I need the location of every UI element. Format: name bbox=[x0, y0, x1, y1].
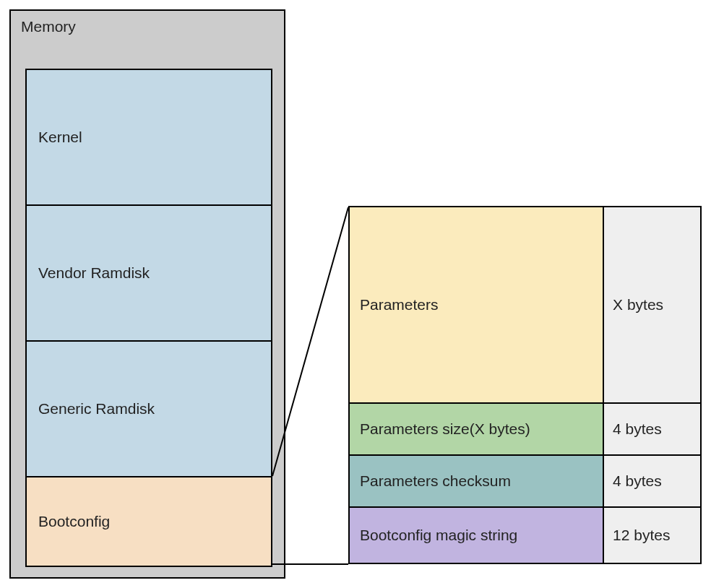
detail-row-parameters: Parameters X bytes bbox=[350, 207, 700, 404]
segment-generic-ramdisk: Generic Ramdisk bbox=[27, 342, 271, 477]
segment-label: Kernel bbox=[38, 129, 82, 146]
detail-size: 4 bytes bbox=[604, 404, 700, 454]
segment-label: Generic Ramdisk bbox=[38, 400, 155, 418]
memory-stack: Kernel Vendor Ramdisk Generic Ramdisk Bo… bbox=[25, 69, 272, 567]
detail-label: Parameters checksum bbox=[350, 456, 604, 506]
detail-label: Parameters bbox=[350, 207, 604, 402]
memory-container: Memory Kernel Vendor Ramdisk Generic Ram… bbox=[9, 9, 285, 579]
detail-label: Parameters size(X bytes) bbox=[350, 404, 604, 454]
segment-kernel: Kernel bbox=[27, 70, 271, 206]
detail-size: X bytes bbox=[604, 207, 700, 402]
bootconfig-detail: Parameters X bytes Parameters size(X byt… bbox=[348, 206, 702, 564]
detail-size: 12 bytes bbox=[604, 508, 700, 563]
segment-bootconfig: Bootconfig bbox=[27, 477, 271, 566]
memory-title: Memory bbox=[11, 11, 284, 35]
detail-row-params-size: Parameters size(X bytes) 4 bytes bbox=[350, 404, 700, 456]
detail-label: Bootconfig magic string bbox=[350, 508, 604, 563]
segment-label: Bootconfig bbox=[38, 513, 110, 530]
detail-size: 4 bytes bbox=[604, 456, 700, 506]
segment-vendor-ramdisk: Vendor Ramdisk bbox=[27, 206, 271, 342]
detail-row-magic: Bootconfig magic string 12 bytes bbox=[350, 508, 700, 563]
segment-label: Vendor Ramdisk bbox=[38, 264, 150, 282]
detail-row-checksum: Parameters checksum 4 bytes bbox=[350, 456, 700, 508]
